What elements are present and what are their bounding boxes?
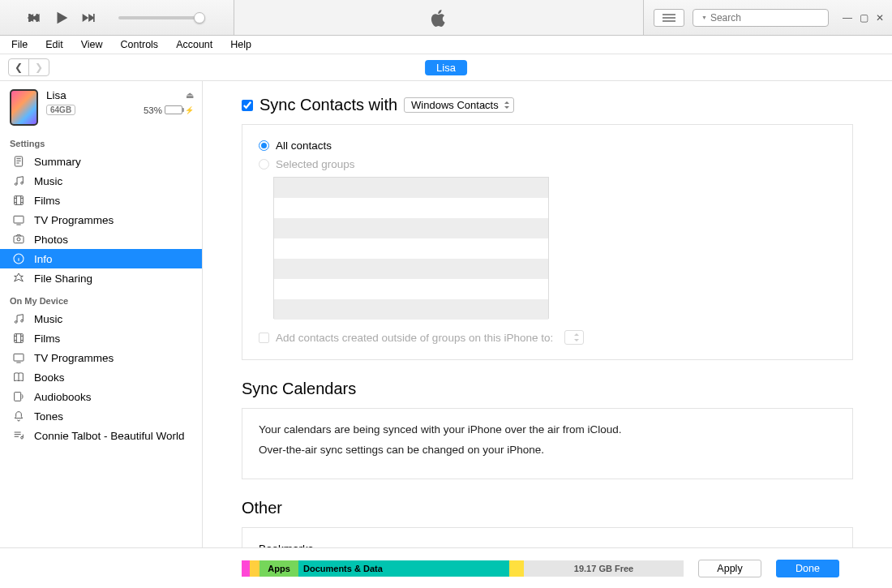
sidebar-item-info[interactable]: Info [0,249,202,268]
menu-help[interactable]: Help [227,37,255,52]
sidebar-item-music[interactable]: Music [0,309,202,328]
sidebar-item-label: TV Programmes [34,214,114,226]
storage-seg-other [509,560,524,577]
eject-icon[interactable]: ⏏ [186,90,194,101]
photos-icon [11,233,26,246]
sidebar-item-label: Audiobooks [34,391,92,403]
search-input[interactable] [710,12,832,24]
close-button[interactable]: ✕ [874,12,886,24]
nav-row: ❮ ❯ Lisa [0,54,892,81]
search-box[interactable]: ▼ [693,9,829,27]
tv-icon [11,351,26,364]
minimize-button[interactable]: — [842,12,853,24]
chevron-down-icon: ▼ [701,15,707,20]
sidebar-item-tones[interactable]: Tones [0,406,202,426]
radio-selected-groups[interactable]: Selected groups [259,158,836,170]
apple-logo-icon [428,7,449,28]
add-outside-checkbox[interactable] [259,333,269,343]
sidebar-item-label: TV Programmes [34,352,114,364]
storage-seg-photos [250,560,259,577]
device-name: Lisa [46,89,66,101]
sidebar-item-file-sharing[interactable]: File Sharing [0,268,202,288]
list-view-button[interactable] [654,9,684,27]
sidebar-item-label: Tones [34,410,63,423]
sidebar-item-label: Photos [34,234,68,246]
add-outside-groups-row: Add contacts created outside of groups o… [259,330,836,345]
sidebar-item-audiobooks[interactable]: Audiobooks [0,387,202,406]
device-header: Lisa ⏏ 64GB 53% ⚡ [0,81,202,131]
battery-percent: 53% [144,105,162,115]
lcd-display [234,0,644,35]
right-cluster: ▼ — ▢ ✕ [644,9,892,27]
sidebar-item-photos[interactable]: Photos [0,230,202,249]
sidebar-item-films[interactable]: Films [0,328,202,348]
summary-icon [11,155,26,168]
radio-all-label: All contacts [276,139,332,152]
svg-rect-4 [15,196,24,205]
device-chip[interactable]: Lisa [425,60,467,75]
maximize-button[interactable]: ▢ [858,12,869,24]
sidebar-item-label: Info [34,253,53,265]
sidebar: Lisa ⏏ 64GB 53% ⚡ Settings SummaryMusicF… [0,81,203,547]
storage-seg-docs: Documents & Data [298,560,509,577]
sidebar-item-label: Music [34,175,62,187]
svg-rect-1 [15,157,22,166]
sidebar-item-tv-programmes[interactable]: TV Programmes [0,210,202,230]
menu-file[interactable]: File [8,37,31,52]
radio-all-contacts[interactable]: All contacts [259,139,836,152]
sidebar-item-music[interactable]: Music [0,171,202,191]
content-scroll[interactable]: Sync Contacts with Windows Contacts All … [203,81,892,547]
volume-thumb[interactable] [194,12,205,24]
contacts-panel: All contacts Selected groups Add contact… [242,124,853,360]
menu-controls[interactable]: Controls [118,37,162,52]
add-outside-label: Add contacts created outside of groups o… [276,332,553,344]
storage-seg-apps: Apps [259,560,298,577]
svg-point-10 [21,320,24,322]
sidebar-item-films[interactable]: Films [0,191,202,210]
storage-seg-audio [242,560,250,577]
sidebar-heading-settings: Settings [0,131,202,152]
playlist-icon [11,429,26,442]
menu-account[interactable]: Account [173,37,216,52]
storage-free: 19.17 GB Free [524,560,684,577]
bookmarks-label: Bookmarks [259,543,836,547]
tones-icon [11,410,26,423]
books-icon [11,371,26,384]
sidebar-item-label: Films [34,195,60,207]
nav-forward-button[interactable]: ❯ [28,58,49,76]
menu-edit[interactable]: Edit [42,37,66,52]
calendars-info-1: Your calendars are being synced with you… [259,423,836,436]
storage-bar: Apps Documents & Data 19.17 GB Free [242,560,684,577]
music-icon [11,312,26,325]
nav-back-button[interactable]: ❮ [8,58,29,76]
svg-rect-5 [14,216,24,223]
sidebar-item-tv-programmes[interactable]: TV Programmes [0,348,202,367]
sidebar-item-books[interactable]: Books [0,367,202,387]
contacts-provider-dropdown[interactable]: Windows Contacts [404,97,514,113]
add-outside-dropdown[interactable] [564,330,584,345]
prev-track-button[interactable] [24,8,44,28]
sidebar-item-connie-talbot-beautiful-world[interactable]: Connie Talbot - Beautiful World [0,426,202,445]
battery-icon [165,105,182,114]
sidebar-item-label: Films [34,333,60,345]
sidebar-item-summary[interactable]: Summary [0,152,202,171]
sync-contacts-title: Sync Contacts with [259,96,397,114]
svg-rect-12 [14,354,24,361]
other-title: Other [242,499,853,517]
apply-button[interactable]: Apply [698,560,761,577]
charging-icon: ⚡ [185,106,194,114]
next-track-button[interactable] [79,8,99,28]
radio-icon [259,140,269,151]
menu-view[interactable]: View [78,37,106,52]
sync-contacts-checkbox[interactable] [242,100,253,111]
svg-point-7 [17,238,20,241]
device-thumbnail-icon [10,89,38,126]
sync-contacts-title-row: Sync Contacts with Windows Contacts [242,96,853,114]
sidebar-item-label: Books [34,371,65,384]
volume-slider[interactable] [118,16,199,19]
audiobooks-icon [11,390,26,403]
playback-controls [0,8,199,28]
svg-point-2 [15,183,17,186]
done-button[interactable]: Done [776,560,839,577]
play-button[interactable] [52,8,71,28]
